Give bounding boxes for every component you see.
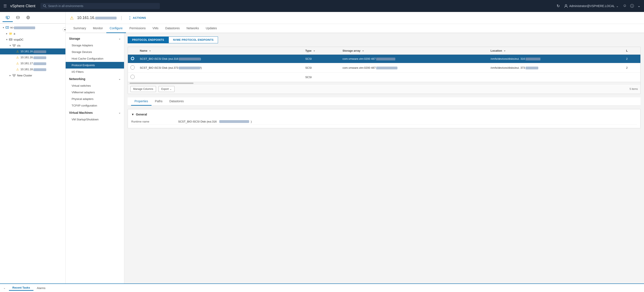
sidebar-nav-hosts-icon[interactable] (2, 14, 13, 22)
svg-point-12 (7, 27, 8, 28)
horizontal-scrollbar[interactable] (128, 82, 640, 84)
left-nav: Storage ⌄ Storage Adapters Storage Devic… (66, 33, 124, 283)
nav-item-host-cache[interactable]: Host Cache Configuration (66, 55, 124, 62)
row3-radio[interactable] (128, 73, 137, 82)
general-section-header[interactable]: ▼ General (131, 113, 637, 116)
tab-configure[interactable]: Configure (106, 24, 126, 33)
tab-monitor[interactable]: Monitor (90, 24, 106, 33)
row1-location: /vmfs/devices/disks/eui. 316 (488, 55, 624, 63)
tree-item-new-cluster[interactable]: ► New Cluster (0, 72, 66, 78)
nav-item-storage-adapters[interactable]: Storage Adapters (66, 42, 124, 49)
manage-columns-button[interactable]: Manage Columns (130, 86, 156, 92)
row2-radio[interactable] (128, 63, 137, 73)
topbar-action-icons: ☺ ⓘ ⌄ (623, 4, 640, 9)
nav-item-io-filters[interactable]: I/O Filters (66, 69, 124, 75)
help-icon[interactable]: ⓘ (630, 4, 634, 9)
prop-tab-datastores[interactable]: Datastores (166, 97, 187, 106)
protocol-endpoints-button[interactable]: PROTOCOL ENDPOINTS (128, 37, 168, 43)
table-row[interactable]: SCSI (128, 73, 640, 82)
row3-location (488, 73, 624, 82)
search-bar[interactable]: Search in all environments (40, 3, 160, 9)
sidebar-nav-storage-icon[interactable] (13, 14, 23, 22)
help-chevron-icon[interactable]: ⌄ (638, 4, 640, 9)
datacenter-icon (8, 37, 13, 42)
actions-label: ACTIONS (133, 16, 146, 20)
nav-item-vm-startup[interactable]: VM Startup/Shutdown (66, 116, 124, 123)
row2-type: SCSI (302, 63, 340, 73)
svg-point-0 (44, 5, 46, 7)
tree-label-new-cluster: New Cluster (17, 74, 32, 77)
export-label: Export (161, 87, 169, 90)
protocol-btn-group: PROTOCOL ENDPOINTS NVME PROTOCOL ENDPOIN… (128, 37, 640, 43)
tree-toggle-cls[interactable]: ▼ (8, 44, 12, 47)
row2-radio-input[interactable] (130, 65, 135, 70)
nav-item-protocol-endpoints[interactable]: Protocol Endpoints (66, 62, 124, 69)
row1-type: SCSI (302, 55, 340, 63)
tab-datastores[interactable]: Datastores (162, 24, 183, 33)
row3-radio-input[interactable] (130, 75, 135, 79)
prop-tab-properties[interactable]: Properties (131, 97, 152, 106)
export-button[interactable]: Export ⌄ (158, 86, 174, 92)
tree-item-a[interactable]: ► 📁 a (0, 31, 66, 37)
emoji-icon[interactable]: ☺ (623, 4, 627, 9)
host-header-title: 10.161.16. (77, 16, 116, 20)
nav-item-vmkernel-adapters[interactable]: VMkernel adapters (66, 89, 124, 96)
col-name[interactable]: Name ▼ (137, 47, 302, 55)
table-row[interactable]: SCST_BIO iSCSI Disk (eui.316) SCSI com.v… (128, 55, 640, 63)
nav-section-networking-label: Networking (69, 77, 85, 81)
col-type[interactable]: Type ▼ (302, 47, 340, 55)
tree-toggle-vcqaDC[interactable]: ▼ (5, 38, 8, 41)
tree-item-host3[interactable]: ⚠ 10.161.17. (0, 60, 66, 66)
tree-toggle-sc[interactable]: ▼ (2, 27, 5, 29)
bottom-tab-recent-tasks[interactable]: Recent Tasks (9, 285, 34, 291)
hamburger-icon[interactable]: ☰ (4, 4, 7, 8)
row2-location: /vmfs/devices/disks/eui. 373 (488, 63, 624, 73)
bottom-tab-alarms[interactable]: Alarms (34, 285, 49, 290)
tab-updates[interactable]: Updates (202, 24, 220, 33)
tree-item-host1[interactable]: ⚠ 10.161.16. (0, 48, 66, 54)
tree-toggle-new-cluster[interactable]: ► (8, 74, 12, 77)
tab-networks[interactable]: Networks (183, 24, 202, 33)
prop-row-runtime-name: Runtime name SCST_BIO iSCSI Disk (eui.31… (131, 119, 637, 125)
tree-item-sc[interactable]: ▼ sc- (0, 25, 66, 31)
nav-item-storage-devices[interactable]: Storage Devices (66, 49, 124, 55)
sidebar-tree: ▼ sc- ► 📁 a ▼ vcqaDC ▼ (0, 24, 66, 283)
col-l[interactable]: L (624, 47, 640, 55)
nvme-protocol-endpoints-button[interactable]: NVME PROTOCOL ENDPOINTS (168, 37, 218, 43)
tab-permissions[interactable]: Permissions (126, 24, 149, 33)
tree-item-host2[interactable]: ⚠ 10.161.16. (0, 54, 66, 60)
tree-label-host1: 10.161.16. (20, 50, 46, 53)
svg-rect-4 (6, 17, 8, 18)
tree-label-host4: 10.161.18. (20, 68, 46, 71)
prop-tab-paths[interactable]: Paths (152, 97, 166, 106)
tree-toggle-a[interactable]: ► (5, 33, 8, 35)
col-storage-array[interactable]: Storage array ▼ (340, 47, 488, 55)
nav-item-tcpip-config[interactable]: TCP/IP configuration (66, 102, 124, 109)
row2-l: 2 (624, 63, 640, 73)
refresh-button[interactable]: ↻ (557, 4, 560, 8)
sidebar-nav-network-icon[interactable] (23, 14, 33, 22)
nav-item-physical-adapters[interactable]: Physical adapters (66, 96, 124, 102)
tree-label-cls: cls (17, 44, 20, 47)
tab-vms[interactable]: VMs (149, 24, 162, 33)
col-location[interactable]: Location ▼ (488, 47, 624, 55)
table-row[interactable]: SCST_BIO iSCSI Disk (eui.373!) SCSI com.… (128, 63, 640, 73)
tree-item-host4[interactable]: ⚠ 10.161.18. (0, 66, 66, 72)
row1-radio[interactable] (128, 55, 137, 63)
tab-summary[interactable]: Summary (70, 24, 90, 33)
sidebar-collapse-button[interactable]: ◀ (63, 27, 66, 32)
host-warning-icon: ⚠ (15, 49, 20, 54)
tree-item-cls[interactable]: ▼ cls (0, 43, 66, 48)
bottom-toggle-icon[interactable]: ⌄ (4, 286, 6, 289)
nav-section-storage[interactable]: Storage ⌄ (66, 35, 124, 42)
nav-section-networking[interactable]: Networking ⌄ (66, 75, 124, 82)
svg-rect-20 (14, 74, 16, 75)
row2-storage-array: com.vmware.vim:0200 487 (340, 63, 488, 73)
tree-item-vcqaDC[interactable]: ▼ vcqaDC (0, 37, 66, 43)
right-content: PROTOCOL ENDPOINTS NVME PROTOCOL ENDPOIN… (124, 33, 644, 283)
nav-item-virtual-switches[interactable]: Virtual switches (66, 82, 124, 89)
nav-section-vm[interactable]: Virtual Machines ⌄ (66, 109, 124, 116)
user-menu[interactable]: Administrator@VSPHERE.LOCAL ⌄ (564, 4, 618, 8)
host-header: ⚠ 10.161.16. | ⋮ ACTIONS (66, 12, 644, 24)
actions-button[interactable]: ⋮ ACTIONS (126, 15, 148, 21)
